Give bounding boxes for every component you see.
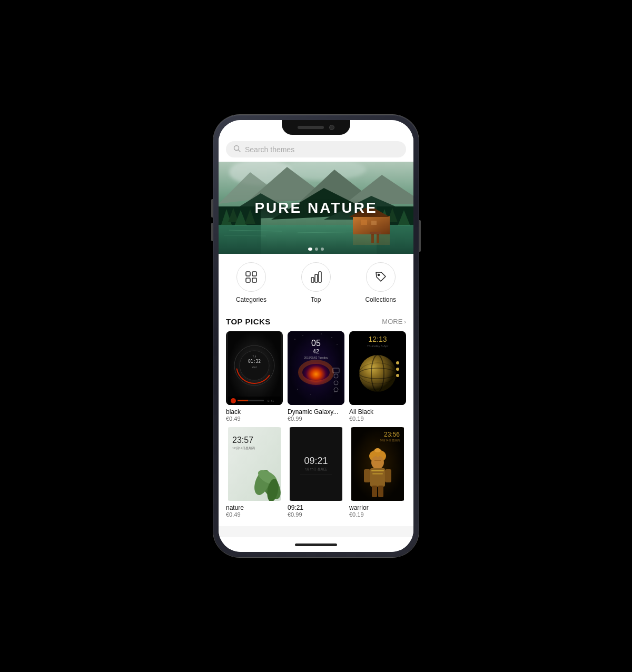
svg-text:09:21: 09:21 xyxy=(304,456,328,466)
svg-point-80 xyxy=(396,374,399,377)
theme-card-allblack[interactable]: 12:13 Thursday 5 Apr xyxy=(349,331,406,427)
card-nature-name: nature xyxy=(226,504,283,511)
card-allblack-info: All Black €0.19 xyxy=(349,405,406,427)
svg-rect-37 xyxy=(311,278,314,282)
search-input-wrapper[interactable]: Search themes xyxy=(226,141,406,157)
theme-cards-row-2: 23:57 12月14日星期四 nature xyxy=(219,427,413,523)
card-darkclock-price: €0.99 xyxy=(288,511,344,518)
svg-text:Wed: Wed xyxy=(252,365,256,369)
card-allblack-price: €0.19 xyxy=(349,416,406,422)
svg-rect-39 xyxy=(319,272,321,282)
scroll-area[interactable]: PURE NATURE xyxy=(219,162,413,537)
dot-3 xyxy=(321,248,324,251)
card-warrior-info: warrior €0.19 xyxy=(349,501,406,523)
galaxy-svg: 05 42 2019/09/02 Tuesday xyxy=(288,331,344,405)
svg-point-40 xyxy=(378,274,379,276)
svg-rect-35 xyxy=(246,278,250,282)
svg-point-56 xyxy=(331,338,332,338)
top-icon-wrap xyxy=(301,262,331,292)
notch-bar xyxy=(219,120,413,137)
svg-rect-100 xyxy=(385,469,391,482)
svg-point-78 xyxy=(396,361,399,364)
phone-screen: Search themes xyxy=(219,120,413,552)
svg-rect-32 xyxy=(353,234,390,245)
svg-text:Thursday 5 Apr: Thursday 5 Apr xyxy=(367,344,389,348)
categories-icon-wrap xyxy=(236,262,266,292)
svg-rect-28 xyxy=(371,221,377,225)
volume-up-button[interactable] xyxy=(211,199,213,218)
svg-rect-33 xyxy=(246,272,250,276)
svg-text:42: 42 xyxy=(313,348,319,354)
top-label: Top xyxy=(311,296,321,303)
svg-point-79 xyxy=(396,368,399,371)
svg-text:1月25日 星期五: 1月25日 星期五 xyxy=(305,468,327,471)
svg-point-49 xyxy=(231,398,236,403)
svg-rect-25 xyxy=(353,216,390,234)
card-darkclock-image: 09:21 1月25日 星期五 xyxy=(288,427,344,501)
card-galaxy-image: 05 42 2019/09/02 Tuesday xyxy=(288,331,344,405)
svg-text:0:41: 0:41 xyxy=(268,399,274,402)
black-clock-svg: 01:32 Wed 7.4 0:41 xyxy=(226,331,283,405)
svg-point-60 xyxy=(334,392,334,392)
dot-2 xyxy=(315,248,318,251)
theme-card-black[interactable]: 01:32 Wed 7.4 0:41 xyxy=(226,331,283,427)
volume-down-button[interactable] xyxy=(211,223,213,241)
more-chevron-icon: › xyxy=(404,319,406,325)
theme-card-nature[interactable]: 23:57 12月14日星期四 nature xyxy=(226,427,283,523)
svg-point-61 xyxy=(310,394,311,395)
category-collections[interactable]: Collections xyxy=(365,262,396,303)
theme-card-warrior[interactable]: 23:56 10月14日 星期四 xyxy=(349,427,406,523)
svg-rect-27 xyxy=(361,220,367,225)
theme-card-darkclock[interactable]: 09:21 1月25日 星期五 09:21 €0.99 xyxy=(288,427,344,523)
card-allblack-name: All Black xyxy=(349,408,406,416)
search-placeholder: Search themes xyxy=(245,145,294,154)
theme-card-galaxy[interactable]: 05 42 2019/09/02 Tuesday xyxy=(288,331,344,427)
collections-icon-wrap xyxy=(366,262,396,292)
card-black-price: €0.49 xyxy=(226,416,283,422)
categories-label: Categories xyxy=(236,296,266,303)
screen-content: Search themes xyxy=(219,137,413,537)
svg-text:23:57: 23:57 xyxy=(232,436,253,444)
svg-text:7.4: 7.4 xyxy=(253,355,256,358)
svg-rect-34 xyxy=(252,272,256,276)
card-nature-image: 23:57 12月14日星期四 xyxy=(226,427,283,501)
card-nature-price: €0.49 xyxy=(226,511,283,518)
card-warrior-image: 23:56 10月14日 星期四 xyxy=(349,427,406,501)
category-categories[interactable]: Categories xyxy=(236,262,266,303)
svg-point-57 xyxy=(321,334,321,334)
svg-point-59 xyxy=(297,389,298,390)
svg-text:05: 05 xyxy=(311,339,321,348)
home-bar[interactable] xyxy=(295,543,337,546)
search-icon xyxy=(233,145,241,154)
hero-banner[interactable]: PURE NATURE xyxy=(219,162,413,254)
hero-dots xyxy=(308,248,324,251)
speaker xyxy=(298,126,324,129)
svg-text:10月14日 星期四: 10月14日 星期四 xyxy=(380,439,400,442)
darkclock-svg: 09:21 1月25日 星期五 xyxy=(288,427,344,501)
svg-rect-99 xyxy=(364,469,370,482)
svg-rect-107 xyxy=(372,473,383,475)
more-label: MORE xyxy=(382,318,402,325)
dot-1 xyxy=(308,248,312,251)
svg-rect-105 xyxy=(378,486,383,497)
svg-point-54 xyxy=(294,339,295,340)
theme-cards-row-1: 01:32 Wed 7.4 0:41 xyxy=(219,331,413,427)
category-top[interactable]: Top xyxy=(301,262,331,303)
card-galaxy-info: Dynamic Galaxy... €0.99 xyxy=(288,405,344,427)
power-button[interactable] xyxy=(419,220,421,252)
more-link[interactable]: MORE › xyxy=(382,318,406,325)
svg-rect-104 xyxy=(372,486,377,497)
card-galaxy-price: €0.99 xyxy=(288,416,344,422)
card-warrior-price: €0.19 xyxy=(349,511,406,518)
svg-rect-106 xyxy=(371,470,384,471)
allblack-svg: 12:13 Thursday 5 Apr xyxy=(349,331,406,405)
card-allblack-image: 12:13 Thursday 5 Apr xyxy=(349,331,406,405)
svg-point-74 xyxy=(359,355,396,392)
notch xyxy=(282,120,350,135)
card-nature-info: nature €0.49 xyxy=(226,501,283,523)
svg-text:01:32: 01:32 xyxy=(248,359,261,364)
svg-rect-36 xyxy=(252,278,256,282)
svg-rect-51 xyxy=(238,400,248,401)
svg-point-102 xyxy=(374,448,381,452)
nature-svg: 23:57 12月14日星期四 xyxy=(226,427,283,501)
